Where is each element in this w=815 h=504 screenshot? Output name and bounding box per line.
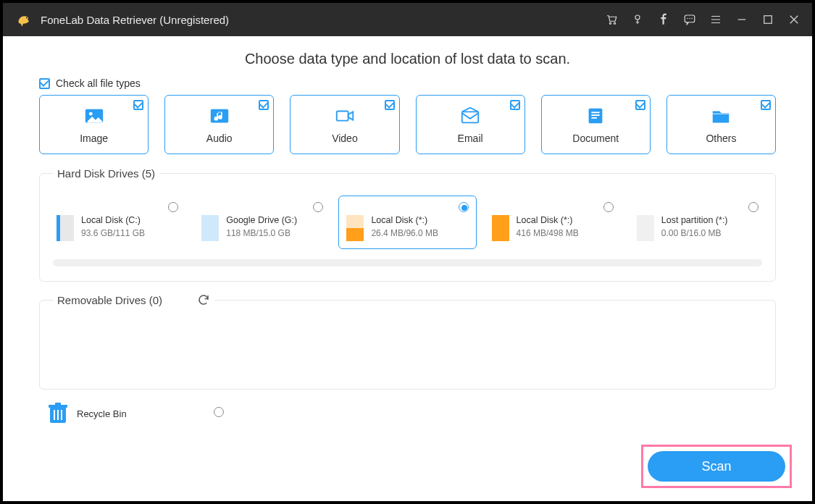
type-label: Image xyxy=(80,133,108,144)
close-icon[interactable] xyxy=(787,13,801,26)
drive-name: Google Drive (G:) xyxy=(226,215,297,225)
svg-rect-18 xyxy=(713,113,730,114)
type-card-audio[interactable]: Audio xyxy=(164,95,274,154)
main-content: Choose data type and location of lost da… xyxy=(3,36,812,501)
check-all-checkbox[interactable] xyxy=(39,78,50,89)
type-checkbox-others[interactable] xyxy=(761,100,771,110)
drive-item[interactable]: Google Drive (G:) 118 MB/15.0 GB xyxy=(193,196,331,249)
svg-rect-13 xyxy=(462,112,479,122)
type-checkbox-video[interactable] xyxy=(385,100,395,110)
removable-legend-row: Removable Drives (0) xyxy=(53,293,214,306)
svg-rect-16 xyxy=(592,114,600,116)
type-checkbox-document[interactable] xyxy=(635,100,645,110)
check-all-row: Check all file types xyxy=(39,77,776,89)
svg-rect-8 xyxy=(764,16,772,24)
drive-item[interactable]: Local Disk (*:) 416 MB/498 MB xyxy=(484,196,622,249)
drive-item[interactable]: Lost partition (*:) 0.00 B/16.0 MB xyxy=(629,196,766,249)
drive-usage-swatch xyxy=(201,215,219,241)
minimize-icon[interactable] xyxy=(735,13,748,26)
type-label: Document xyxy=(572,133,619,144)
drive-size: 0.00 B/16.0 MB xyxy=(661,228,728,238)
removable-drives-group: Removable Drives (0) xyxy=(39,293,776,390)
type-card-email[interactable]: Email xyxy=(416,95,525,154)
image-icon xyxy=(83,105,105,127)
svg-point-2 xyxy=(614,22,615,24)
svg-point-1 xyxy=(609,22,611,24)
drive-item[interactable]: Local Disk (*:) 26.4 MB/96.0 MB xyxy=(338,196,476,249)
svg-point-10 xyxy=(89,112,93,116)
recycle-bin-radio[interactable] xyxy=(214,407,224,417)
type-checkbox-email[interactable] xyxy=(510,100,520,110)
headline: Choose data type and location of lost da… xyxy=(39,51,776,67)
type-checkbox-audio[interactable] xyxy=(259,100,269,110)
svg-point-6 xyxy=(689,18,690,20)
svg-rect-23 xyxy=(57,410,59,420)
hard-drives-group: Hard Disk Drives (5) Local Disk (C:) 93.… xyxy=(39,167,776,282)
type-label: Video xyxy=(332,133,358,144)
type-label: Email xyxy=(458,133,483,144)
check-all-label: Check all file types xyxy=(56,77,141,89)
type-card-image[interactable]: Image xyxy=(39,95,149,154)
drive-radio[interactable] xyxy=(748,202,758,212)
type-card-others[interactable]: Others xyxy=(666,95,776,154)
drive-name: Lost partition (*:) xyxy=(661,215,728,225)
titlebar-actions xyxy=(605,13,812,26)
titlebar: FoneLab Data Retriever (Unregistered) xyxy=(3,3,812,36)
drive-size: 26.4 MB/96.0 MB xyxy=(371,228,438,238)
type-card-video[interactable]: Video xyxy=(290,95,399,154)
horizontal-scrollbar[interactable] xyxy=(53,259,762,266)
type-card-document[interactable]: Document xyxy=(541,95,651,154)
scan-button[interactable]: Scan xyxy=(648,451,785,482)
drive-name: Local Disk (*:) xyxy=(371,215,438,225)
hard-drives-row: Local Disk (C:) 93.6 GB/111 GB Google Dr… xyxy=(49,196,766,249)
drive-radio[interactable] xyxy=(459,202,469,212)
key-icon[interactable] xyxy=(631,13,644,26)
drive-name: Local Disk (*:) xyxy=(517,215,579,225)
refresh-icon[interactable] xyxy=(197,293,210,306)
type-checkbox-image[interactable] xyxy=(133,100,143,110)
hard-drives-legend: Hard Disk Drives (5) xyxy=(53,167,159,180)
svg-point-7 xyxy=(691,18,693,20)
drive-name: Local Disk (C:) xyxy=(81,215,145,225)
window-title: FoneLab Data Retriever (Unregistered) xyxy=(41,14,229,26)
scan-highlight: Scan xyxy=(641,445,792,488)
drive-radio[interactable] xyxy=(313,202,323,212)
app-window: FoneLab Data Retriever (Unregistered) Ch… xyxy=(0,0,815,504)
recycle-bin-label: Recycle Bin xyxy=(77,408,127,419)
drive-size: 416 MB/498 MB xyxy=(517,228,579,238)
drive-usage-swatch xyxy=(492,215,509,241)
drive-size: 93.6 GB/111 GB xyxy=(81,228,145,238)
svg-rect-15 xyxy=(592,112,600,113)
maximize-icon[interactable] xyxy=(761,13,774,26)
logo-icon xyxy=(13,9,33,30)
svg-rect-12 xyxy=(337,111,348,120)
document-icon xyxy=(585,105,606,127)
svg-rect-17 xyxy=(592,117,598,119)
drive-usage-swatch xyxy=(57,215,74,241)
drive-radio[interactable] xyxy=(603,202,614,212)
email-icon xyxy=(459,105,481,127)
menu-icon[interactable] xyxy=(709,13,722,26)
removable-legend: Removable Drives (0) xyxy=(57,294,162,306)
drive-size: 118 MB/15.0 GB xyxy=(226,228,297,238)
recycle-bin-row: Recycle Bin xyxy=(39,403,776,424)
type-label: Audio xyxy=(206,133,233,144)
svg-point-5 xyxy=(687,18,688,20)
feedback-icon[interactable] xyxy=(683,13,696,26)
facebook-icon[interactable] xyxy=(657,13,670,26)
drive-item[interactable]: Local Disk (C:) 93.6 GB/111 GB xyxy=(49,196,186,249)
file-types-row: Image Audio Video Email Document xyxy=(39,95,776,154)
drive-usage-swatch xyxy=(346,215,364,241)
svg-point-0 xyxy=(26,17,28,19)
drive-radio[interactable] xyxy=(168,202,178,212)
svg-rect-21 xyxy=(55,403,61,406)
others-icon xyxy=(710,105,732,127)
recycle-bin-icon xyxy=(48,403,68,424)
svg-rect-24 xyxy=(61,410,62,420)
audio-icon xyxy=(209,105,230,127)
removable-body xyxy=(49,316,766,374)
recycle-bin-item[interactable]: Recycle Bin xyxy=(48,403,127,424)
video-icon xyxy=(334,105,356,127)
svg-point-3 xyxy=(635,15,640,20)
cart-icon[interactable] xyxy=(605,13,618,26)
